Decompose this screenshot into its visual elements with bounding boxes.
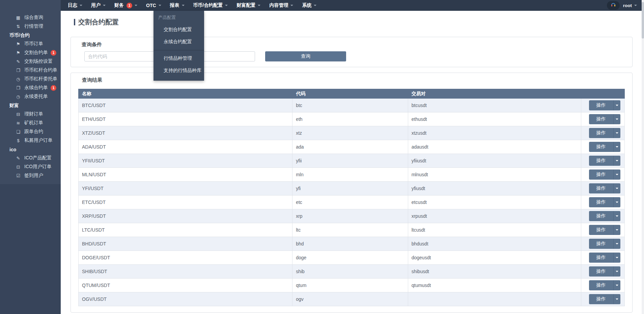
cell-pair: bhdusdt [408, 237, 581, 251]
cell-pair: ltcusdt [408, 223, 581, 237]
action-button[interactable]: 操作 [589, 128, 613, 138]
action-dropdown-toggle[interactable] [613, 156, 620, 166]
dropdown-header: 产品配置 [153, 13, 204, 24]
sidebar-section-coin-contract-section: 币币/合约 [0, 31, 61, 40]
cell-name: LTC/USDT [79, 223, 292, 237]
action-dropdown-toggle[interactable] [613, 183, 620, 193]
sidebar-item-coin-leverage-contract-orders[interactable]: ❐币币杠杆合约单 [0, 66, 61, 75]
action-button[interactable]: 操作 [589, 225, 613, 235]
cell-pair: yfiiusdt [408, 154, 581, 168]
action-button[interactable]: 操作 [589, 253, 613, 263]
nav-item-content-management[interactable]: 内容管理 [265, 0, 298, 11]
action-dropdown-toggle[interactable] [613, 239, 620, 249]
cell-name: OGV/USDT [79, 292, 292, 306]
action-button[interactable]: 操作 [589, 197, 613, 207]
column-header: 代码 [292, 89, 408, 99]
nav-item-users[interactable]: 用户 [87, 0, 110, 11]
cell-actions: 操作 [581, 154, 625, 168]
action-button[interactable]: 操作 [589, 294, 613, 304]
chevron-down-icon [314, 5, 316, 6]
copy-icon: ❐ [15, 85, 22, 90]
results-table: 名称代码交易对 BTC/USDTbtcbtcusdt操作ETH/USDTethe… [78, 89, 625, 306]
nav-item-label: 用户 [91, 2, 101, 8]
dropdown-item-market-symbol-management[interactable]: 行情品种管理 [153, 52, 204, 64]
chevron-down-icon [616, 215, 618, 217]
chevron-down-icon [616, 202, 618, 203]
sidebar-item-private-user-orders[interactable]: $私募用户订单 [0, 136, 61, 145]
scrollbar-thumb[interactable] [642, 2, 644, 38]
dropdown-item-perpetual-contract-config[interactable]: 永续合约配置 [153, 36, 204, 48]
nav-item-logs[interactable]: 日志 [63, 0, 87, 11]
action-button[interactable]: 操作 [589, 156, 613, 166]
cell-name: YFII/USDT [79, 154, 292, 168]
sidebar: ▦综合查询⇅行情管理币币/合约⚑币币订单⚑交割合约单1✎交割场控设置❐币币杠杆合… [0, 0, 61, 314]
sidebar-item-copy-trade-contracts[interactable]: ❏跟单合约 [0, 127, 61, 136]
avatar[interactable] [607, 1, 620, 10]
action-button[interactable]: 操作 [589, 142, 613, 152]
sidebar-item-label: 行情管理 [24, 23, 43, 29]
table-row: LTC/USDTltcltcusdt操作 [79, 223, 625, 237]
action-dropdown-toggle[interactable] [613, 225, 620, 235]
nav-item-reports[interactable]: 报表 [166, 0, 189, 11]
scrollbar-track[interactable] [642, 0, 644, 314]
action-dropdown-toggle[interactable] [613, 142, 620, 152]
sidebar-item-wealth-orders[interactable]: ⊟理财订单 [0, 110, 61, 119]
chevron-down-icon [80, 5, 82, 6]
sidebar-item-coin-orders[interactable]: ⚑币币订单 [0, 40, 61, 48]
sidebar-item-checkin-users[interactable]: ☑签到用户 [0, 171, 61, 180]
sidebar-item-ico-product-config[interactable]: ✎ICO产品配置 [0, 154, 61, 162]
dropdown-item-delivery-contract-config[interactable]: 交割合约配置 [153, 24, 204, 36]
search-button[interactable]: 查询 [265, 51, 346, 61]
title-accent-bar [74, 19, 75, 25]
sidebar-item-miner-orders[interactable]: ≋矿机订单 [0, 119, 61, 127]
action-button[interactable]: 操作 [589, 239, 613, 249]
nav-item-label: 币币/合约配置 [193, 2, 223, 8]
action-dropdown-toggle[interactable] [613, 280, 620, 290]
sidebar-item-perpetual-contract-orders[interactable]: ❐永续合约单1 [0, 83, 61, 92]
action-dropdown-toggle[interactable] [613, 197, 620, 207]
table-row: XRP/USDTxrpxrpusdt操作 [79, 209, 625, 223]
sidebar-item-market-management[interactable]: ⇅行情管理 [0, 22, 61, 31]
user-menu[interactable]: root [623, 3, 632, 8]
action-button[interactable]: 操作 [589, 211, 613, 221]
action-dropdown-toggle[interactable] [613, 253, 620, 263]
action-dropdown-toggle[interactable] [613, 211, 620, 221]
nav-item-coin-contract-config[interactable]: 币币/合约配置 [189, 0, 232, 11]
action-button[interactable]: 操作 [589, 280, 613, 290]
nav-item-finance[interactable]: 财务1 [110, 0, 142, 11]
chevron-down-icon [135, 5, 137, 6]
cell-pair: adausdt [408, 140, 581, 154]
sidebar-item-coin-leverage-entrust-orders[interactable]: ◷币币杠杆委托单 [0, 75, 61, 83]
action-button[interactable]: 操作 [589, 100, 613, 110]
sidebar-item-label: 综合查询 [24, 15, 43, 21]
table-row: MLN/USDTmlnmlnusdt操作 [79, 168, 625, 182]
chevron-down-icon [290, 5, 293, 6]
dropdown-item-supported-market-symbol-library[interactable]: 支持的行情品种库 [153, 64, 204, 77]
nav-item-wealth-config[interactable]: 财富配置 [232, 0, 265, 11]
table-row: QTUM/USDTqtumqtumusdt操作 [79, 279, 625, 292]
nav-item-otc[interactable]: OTC [142, 0, 166, 11]
nav-item-system[interactable]: 系统 [298, 0, 321, 11]
action-dropdown-toggle[interactable] [613, 294, 620, 304]
action-dropdown-toggle[interactable] [613, 169, 620, 180]
cell-actions: 操作 [581, 140, 625, 154]
action-button[interactable]: 操作 [589, 266, 613, 277]
cell-code: yfii [292, 154, 408, 168]
action-dropdown-toggle[interactable] [613, 114, 620, 124]
cell-code: mln [292, 168, 408, 182]
action-dropdown-toggle[interactable] [613, 100, 620, 110]
edit-square-icon: ☑ [15, 173, 22, 178]
action-split-button: 操作 [589, 128, 620, 138]
cell-pair: qtumusdt [408, 279, 581, 292]
action-button[interactable]: 操作 [589, 169, 613, 180]
action-button[interactable]: 操作 [589, 183, 613, 193]
sidebar-item-ico-user-orders[interactable]: ⊡ICO用户订单 [0, 162, 61, 171]
action-dropdown-toggle[interactable] [613, 128, 620, 138]
action-dropdown-toggle[interactable] [613, 266, 620, 277]
sidebar-item-delivery-control-settings[interactable]: ✎交割场控设置 [0, 57, 61, 66]
cell-code: yfi [292, 182, 408, 195]
sidebar-item-perpetual-entrust-orders[interactable]: ◷永续委托单 [0, 92, 61, 101]
sidebar-item-comprehensive-query[interactable]: ▦综合查询 [0, 13, 61, 22]
sidebar-item-delivery-contract-orders[interactable]: ⚑交割合约单1 [0, 48, 61, 57]
action-button[interactable]: 操作 [589, 114, 613, 124]
